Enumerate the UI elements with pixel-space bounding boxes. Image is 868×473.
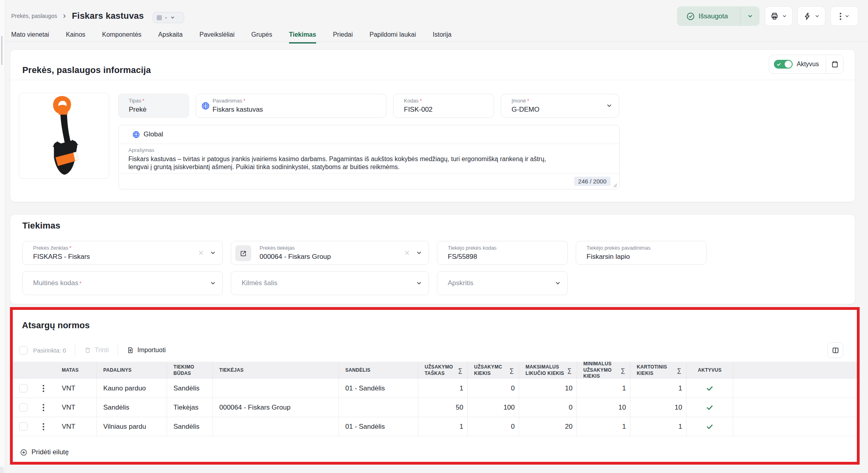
field-tiekejo-kodas[interactable]: Tiekėjo prekės kodas FS/55898 <box>437 241 568 265</box>
cell-sandelis[interactable]: 01 - Sandėlis <box>339 379 418 398</box>
cell-tiekejas[interactable] <box>213 379 339 398</box>
breadcrumb-parent[interactable]: Prekės, paslaugos <box>11 13 57 19</box>
col-tiekejas[interactable]: TIEKĖJAS <box>213 362 339 379</box>
calendar-button[interactable] <box>826 55 843 73</box>
active-check-icon <box>706 423 713 430</box>
col-uzsakymo-kiekis[interactable]: UŽSAKYMC KIEKIS∑ <box>467 362 519 379</box>
col-kartotinis[interactable]: KARTOTINIS KIEKIS∑ <box>630 362 686 379</box>
chevron-down-icon[interactable] <box>416 280 422 286</box>
cell-uzsakymo_taskas[interactable]: 1 <box>418 417 467 436</box>
chevron-down-icon[interactable] <box>210 250 216 256</box>
cell-sandelis[interactable]: 01 - Sandėlis <box>339 417 418 436</box>
cell-tiekimo_budas[interactable]: Tiekėjas <box>167 398 213 417</box>
field-tiekejo-pavadinimas[interactable]: Tiekėjo prekės pavadinimas Fiskarsin lap… <box>576 241 707 265</box>
field-imone[interactable]: Įmonė G-DEMO <box>501 94 619 118</box>
cell-matas[interactable]: VNT <box>58 379 96 398</box>
chevron-down-icon[interactable] <box>210 280 216 286</box>
field-muitines-kodas[interactable]: Muitinės kodas <box>22 271 223 295</box>
cell-tiekimo_budas[interactable]: Sandėlis <box>167 417 213 436</box>
cell-uzsakymo_taskas[interactable]: 50 <box>418 398 467 417</box>
actions-button[interactable] <box>797 6 825 26</box>
add-row-button[interactable]: Pridėti eilutę <box>20 448 69 456</box>
cell-kartotinis_kiekis[interactable]: 1 <box>630 379 686 398</box>
cell-maksimalus_likucio_kiekis[interactable]: 20 <box>519 417 577 436</box>
print-button[interactable] <box>765 6 793 26</box>
col-sandelis[interactable]: SANDĖLIS <box>339 362 418 379</box>
cell-matas[interactable]: VNT <box>58 398 96 417</box>
import-button[interactable]: Importuoti <box>127 347 166 354</box>
field-tipas-value: Prekė <box>129 106 182 114</box>
more-menu-button[interactable] <box>831 6 858 26</box>
field-kilmes-salis[interactable]: Kilmės šalis <box>231 271 429 295</box>
cell-uzsakymo_kiekis[interactable]: 0 <box>467 417 519 436</box>
active-toggle-label: Aktyvus <box>797 61 819 68</box>
cell-uzsakymo_taskas[interactable]: 1 <box>418 379 467 398</box>
sum-icon: ∑ <box>510 367 514 374</box>
toggle-switch[interactable] <box>774 60 793 69</box>
col-aktyvus[interactable]: AKTYVUS <box>686 362 733 379</box>
field-apskritis[interactable]: Apskritis <box>437 271 568 295</box>
sidebar-scrollbar[interactable] <box>1 36 2 65</box>
external-link-button[interactable] <box>235 245 251 261</box>
cell-maksimalus_likucio_kiekis[interactable]: 0 <box>519 398 577 417</box>
trash-icon <box>84 347 91 354</box>
row-menu-icon[interactable] <box>43 404 44 411</box>
cell-tiekejas[interactable] <box>213 417 339 436</box>
row-checkbox[interactable] <box>19 384 28 392</box>
column-settings-button[interactable] <box>827 342 843 358</box>
clear-icon[interactable] <box>198 250 204 256</box>
cell-uzsakymo_kiekis[interactable]: 100 <box>467 398 519 417</box>
col-padalinys[interactable]: PADALINYS <box>96 362 167 379</box>
cell-maksimalus_likucio_kiekis[interactable]: 10 <box>519 379 577 398</box>
page-title: Fiskars kastuvas <box>72 11 144 21</box>
field-prekes-zenklas[interactable]: Prekės ženklas FISKARS - Fiskars <box>22 241 223 265</box>
saved-status-button[interactable]: Išsaugota <box>677 6 760 26</box>
row-checkbox[interactable] <box>19 422 28 431</box>
field-prekes-tiekejas[interactable]: Prekės tiekėjas 000064 - Fiskars Group <box>231 241 429 265</box>
cell-padalinys[interactable]: Kauno parduo <box>96 379 167 398</box>
cell-kartotinis_kiekis[interactable]: 10 <box>630 398 686 417</box>
field-apskritis-label: Apskritis <box>448 279 473 287</box>
row-menu-icon[interactable] <box>43 385 44 392</box>
col-matas[interactable]: MATAS <box>58 362 96 379</box>
cell-sandelis[interactable] <box>339 398 418 417</box>
chevron-down-icon[interactable] <box>416 250 422 256</box>
row-checkbox[interactable] <box>19 403 28 412</box>
cell-minimalus_uzsakymo_kiekis[interactable]: 1 <box>577 379 630 398</box>
cell-minimalus_uzsakymo_kiekis[interactable]: 10 <box>577 398 630 417</box>
resize-handle-icon[interactable] <box>613 183 617 187</box>
cell-kartotinis_kiekis[interactable]: 1 <box>630 417 686 436</box>
col-tiekimo-budas[interactable]: TIEKIMO BŪDAS <box>167 362 213 379</box>
clear-icon[interactable] <box>404 250 410 256</box>
sidebar-corner-tab <box>0 467 4 473</box>
supply-card: Tiekimas Prekės ženklas FISKARS - Fiskar… <box>10 214 855 304</box>
field-kilmes-salis-label: Kilmės šalis <box>242 279 278 287</box>
cell-minimalus_uzsakymo_kiekis[interactable]: 1 <box>577 417 630 436</box>
cell-uzsakymo_kiekis[interactable]: 0 <box>467 379 519 398</box>
select-all-checkbox[interactable] <box>19 346 28 355</box>
description-text[interactable]: Fiskars kastuvas – tvirtas ir patogus įr… <box>128 155 610 171</box>
chevron-down-icon[interactable] <box>606 102 612 109</box>
field-kodas[interactable]: Kodas FISK-002 <box>393 94 494 118</box>
product-image[interactable] <box>19 93 109 179</box>
field-tiekejo-kodas-label: Tiekėjo prekės kodas <box>448 245 561 251</box>
col-uzsakymo-taskas[interactable]: UŽSAKYMO TAŠKAS∑ <box>418 362 467 379</box>
delete-button[interactable]: Trinti <box>84 347 109 354</box>
variant-dropdown[interactable]: - <box>153 12 184 23</box>
saved-dropdown-chevron[interactable] <box>740 6 760 26</box>
field-tiekejo-kodas-value: FS/55898 <box>448 253 561 261</box>
cell-matas[interactable]: VNT <box>58 417 96 436</box>
field-tipas-label: Tipas <box>129 98 182 104</box>
chevron-right-icon <box>62 14 67 19</box>
col-maksimalus[interactable]: MAKSIMALUS LIKUČIO KIEKIS∑ <box>519 362 577 379</box>
cell-padalinys[interactable]: Vilniaus pardu <box>96 417 167 436</box>
active-toggle[interactable]: Aktyvus <box>769 55 826 73</box>
col-minimalus[interactable]: MINIMALUS UŽSAKYMO KIEKIS∑ <box>577 362 630 379</box>
cell-tiekimo_budas[interactable]: Sandėlis <box>167 379 213 398</box>
product-info-card: Prekės, paslaugos informacija Aktyvus Ti… <box>10 49 855 202</box>
row-menu-icon[interactable] <box>43 423 44 430</box>
cell-padalinys[interactable]: Sandėlis <box>96 398 167 417</box>
chevron-down-icon[interactable] <box>555 280 561 286</box>
cell-tiekejas[interactable]: 000064 - Fiskars Group <box>213 398 339 417</box>
field-pavadinimas[interactable]: Pavadinimas Fiskars kastuvas <box>196 94 386 118</box>
